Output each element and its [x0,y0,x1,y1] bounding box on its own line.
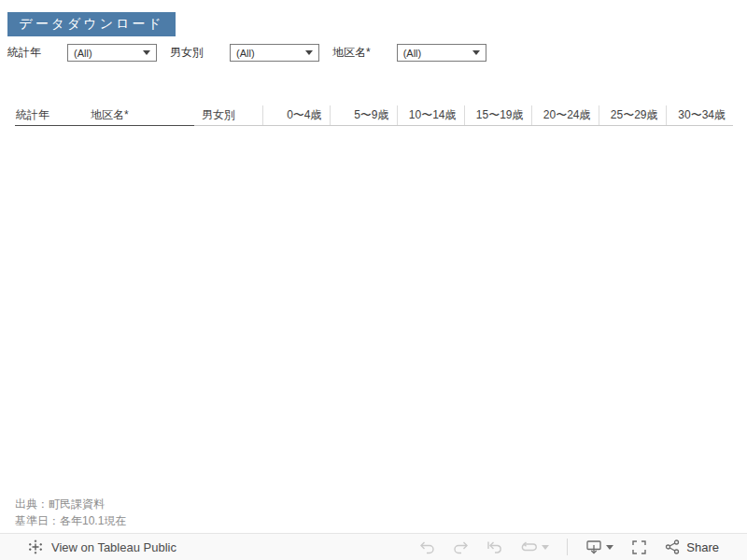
year-filter-value: (All) [68,48,143,59]
view-on-tableau-label: View on Tableau Public [51,540,176,554]
dashboard-content: データダウンロード 統計年 (All) 男女別 (All) 地区名* (All) [0,0,747,533]
baseline-note: 基準日：各年10.1現在 [15,512,126,529]
refresh-button[interactable] [520,541,549,553]
toolbar-divider [567,539,568,555]
footnote: 出典：町民課資料 基準日：各年10.1現在 [15,496,126,529]
column-header: 男女別 [194,105,262,125]
source-note: 出典：町民課資料 [15,496,126,512]
column-header: 30〜34歳 [666,105,733,125]
column-header: 統計年 [15,105,90,125]
toolbar-actions: Share [419,539,719,555]
reset-button[interactable] [486,540,502,554]
column-header: 20〜24歳 [531,105,599,125]
filter-label-year: 統計年 [7,45,41,61]
chevron-down-icon [143,50,150,55]
tableau-logo-icon [28,539,43,554]
view-on-tableau-link[interactable]: View on Tableau Public [28,539,176,554]
population-table: 統計年地区名*男女別0〜4歳5〜9歳10〜14歳15〜19歳20〜24歳25〜2… [15,105,733,126]
column-header: 地区名* [90,105,194,125]
chevron-down-icon [606,545,613,550]
district-filter-value: (All) [398,48,472,59]
chevron-down-icon [472,50,480,55]
column-header: 25〜29歳 [599,105,666,125]
chevron-down-icon [542,545,549,550]
column-header: 15〜19歳 [464,105,531,125]
redo-button[interactable] [453,540,469,554]
gender-filter-dropdown[interactable]: (All) [230,44,319,62]
filter-row: 統計年 (All) 男女別 (All) 地区名* (All) [7,44,500,62]
chevron-down-icon [305,50,313,55]
data-download-button[interactable]: データダウンロード [7,12,176,36]
undo-button[interactable] [419,540,435,554]
table-header-row: 統計年地区名*男女別0〜4歳5〜9歳10〜14歳15〜19歳20〜24歳25〜2… [15,105,733,125]
gender-filter-value: (All) [231,48,305,59]
share-label: Share [686,540,719,554]
tableau-toolbar: View on Tableau Public [0,533,747,560]
column-header: 10〜14歳 [397,105,464,125]
share-button[interactable]: Share [665,539,719,554]
district-filter-dropdown[interactable]: (All) [397,44,486,62]
download-button[interactable] [585,539,613,554]
column-header: 5〜9歳 [330,105,397,125]
year-filter-dropdown[interactable]: (All) [67,44,157,62]
column-header: 0〜4歳 [262,105,330,125]
filter-label-district: 地区名* [332,45,371,61]
fullscreen-button[interactable] [631,539,647,555]
filter-label-gender: 男女別 [170,45,204,61]
tableau-dashboard: データダウンロード 統計年 (All) 男女別 (All) 地区名* (All) [0,0,747,560]
